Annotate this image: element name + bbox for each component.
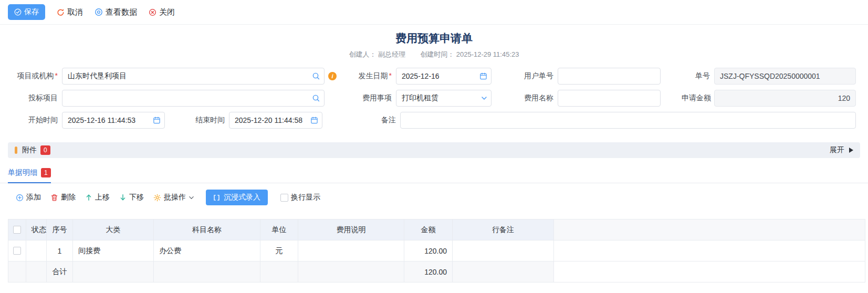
select-all-cell <box>8 219 26 240</box>
batch-operation-button[interactable]: 批操作 <box>153 193 194 202</box>
close-circle-icon <box>149 8 156 16</box>
expense-item-select[interactable]: 打印机租赁 <box>396 90 491 107</box>
end-time-input[interactable] <box>229 112 322 129</box>
section-marker <box>15 146 17 154</box>
total-label: 合计 <box>47 261 73 282</box>
form-row-3: 开始时间 结束时间 备注 <box>8 112 868 129</box>
search-icon[interactable] <box>312 72 320 80</box>
start-time-input[interactable] <box>62 112 165 129</box>
calendar-icon[interactable] <box>479 72 487 80</box>
check-circle-icon <box>14 8 22 16</box>
save-button-label: 保存 <box>24 7 39 17</box>
calendar-icon[interactable] <box>153 117 161 124</box>
view-data-button[interactable]: 查看数据 <box>95 7 137 17</box>
attachment-count-badge: 0 <box>40 145 50 155</box>
wrap-display-label: 换行显示 <box>291 193 320 202</box>
attachment-label: 附件 <box>22 145 37 155</box>
total-filler <box>554 261 865 282</box>
immersive-entry-button[interactable]: 沉浸式录入 <box>206 190 268 205</box>
bid-input[interactable] <box>62 90 325 107</box>
user-no-label: 用户单号 <box>509 71 558 81</box>
move-down-button[interactable]: 下移 <box>119 193 144 202</box>
select-all-checkbox[interactable] <box>13 226 21 234</box>
start-time-field-wrap <box>62 112 165 129</box>
close-button[interactable]: 关闭 <box>149 7 175 17</box>
tab-detail-label: 单据明细 <box>8 168 37 177</box>
save-button[interactable]: 保存 <box>8 4 45 20</box>
detail-tabs: 单据明细 1 <box>0 168 868 183</box>
delete-row-button[interactable]: 删除 <box>50 193 76 202</box>
info-icon[interactable]: i <box>328 72 337 80</box>
page-title: 费用预算申请单 <box>0 31 868 46</box>
view-data-label: 查看数据 <box>106 7 137 17</box>
amount-input <box>714 90 856 107</box>
immersive-entry-label: 沉浸式录入 <box>224 193 260 202</box>
expense-name-field-wrap <box>558 90 661 107</box>
bid-label: 投标项目 <box>8 93 62 103</box>
arrow-up-icon <box>85 194 92 201</box>
row-remark[interactable] <box>453 240 554 261</box>
triangle-right-icon <box>849 148 853 153</box>
move-up-label: 上移 <box>95 193 110 202</box>
undo-icon <box>57 8 65 16</box>
add-row-label: 添加 <box>26 193 41 202</box>
chevron-down-icon <box>189 195 194 201</box>
table-total-row: 合计 120.00 <box>8 261 865 282</box>
cancel-button-label: 取消 <box>67 7 83 17</box>
col-status: 状态 <box>26 219 47 240</box>
total-remark <box>453 261 554 282</box>
total-subject <box>154 261 260 282</box>
project-field-wrap <box>62 68 325 85</box>
row-amount[interactable]: 120.00 <box>404 240 453 261</box>
date-input[interactable] <box>396 68 491 85</box>
expense-item-select-wrap: 打印机租赁 <box>396 90 491 107</box>
trash-icon <box>50 194 58 202</box>
date-field-wrap <box>396 68 491 85</box>
remark-label: 备注 <box>355 116 400 125</box>
expand-label: 展开 <box>830 145 844 155</box>
arrow-down-icon <box>119 194 127 201</box>
col-filler <box>554 219 865 240</box>
add-row-button[interactable]: 添加 <box>16 193 41 202</box>
col-remark: 行备注 <box>453 219 554 240</box>
row-category[interactable]: 间接费 <box>73 240 154 261</box>
table-header-row: 状态 序号 大类 科目名称 单位 费用说明 金额 行备注 <box>8 219 865 240</box>
project-hint-slot: i <box>325 72 340 80</box>
wrap-display-checkbox[interactable] <box>280 194 288 202</box>
total-category <box>73 261 154 282</box>
remark-field-wrap <box>400 112 856 129</box>
total-amount: 120.00 <box>404 261 453 282</box>
row-checkbox[interactable] <box>13 247 21 255</box>
project-input[interactable] <box>62 68 325 85</box>
cancel-button[interactable]: 取消 <box>57 7 83 17</box>
calendar-icon[interactable] <box>310 117 318 124</box>
close-button-label: 关闭 <box>159 7 175 17</box>
user-no-input[interactable] <box>558 68 661 85</box>
creator-text: 创建人： 副总经理 <box>349 50 406 59</box>
move-up-button[interactable]: 上移 <box>85 193 110 202</box>
wrap-display-toggle[interactable]: 换行显示 <box>280 193 320 202</box>
tab-detail-badge: 1 <box>41 168 51 177</box>
row-unit[interactable]: 元 <box>260 240 298 261</box>
search-icon[interactable] <box>312 94 320 102</box>
detail-toolbar: 添加 删除 上移 下移 批操作 沉浸式录入 换行显示 <box>0 190 868 205</box>
expense-name-input[interactable] <box>558 90 661 107</box>
brackets-icon <box>213 194 220 201</box>
expense-item-value: 打印机租赁 <box>402 93 438 103</box>
col-category: 大类 <box>73 219 154 240</box>
total-desc <box>298 261 404 282</box>
row-subject[interactable]: 办公费 <box>154 240 260 261</box>
table-row[interactable]: 1 间接费 办公费 元 120.00 <box>8 240 865 261</box>
col-subject: 科目名称 <box>154 219 260 240</box>
doc-no-field-wrap <box>714 68 856 85</box>
row-select-cell <box>8 240 26 261</box>
expense-item-label: 费用事项 <box>344 93 396 103</box>
gear-icon <box>153 194 161 202</box>
chevron-down-icon[interactable] <box>481 95 487 101</box>
expand-button[interactable]: 展开 <box>830 145 853 155</box>
remark-input[interactable] <box>400 112 856 129</box>
eye-icon <box>95 8 103 16</box>
attachment-bar[interactable]: 附件 0 展开 <box>8 142 860 158</box>
row-desc[interactable] <box>298 240 404 261</box>
tab-detail[interactable]: 单据明细 1 <box>8 168 51 183</box>
